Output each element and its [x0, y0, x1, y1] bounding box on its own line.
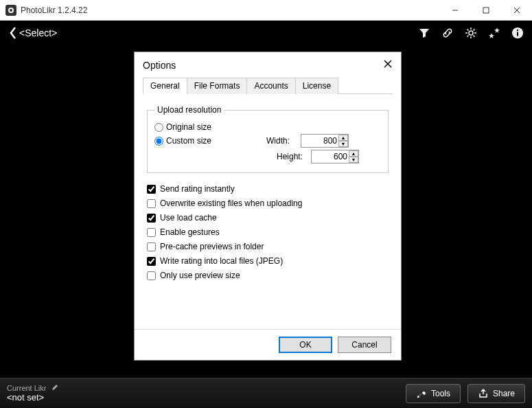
- share-label: Share: [493, 389, 515, 398]
- dialog-tabs: General File Formats Accounts License: [143, 77, 393, 94]
- ok-button[interactable]: OK: [279, 337, 332, 353]
- chk-label: Pre-cache previews in folder: [160, 242, 264, 251]
- tab-file-formats[interactable]: File Formats: [187, 78, 248, 94]
- dialog-close-button[interactable]: [383, 59, 393, 71]
- upload-resolution-group: Upload resolution Original size Custom s…: [147, 105, 389, 173]
- svg-point-6: [469, 31, 473, 35]
- height-label: Height:: [277, 152, 311, 161]
- stars-icon[interactable]: [488, 27, 500, 39]
- svg-marker-15: [494, 27, 500, 33]
- current-likr-label: Current Likr: [7, 384, 46, 392]
- edit-icon[interactable]: [51, 384, 58, 392]
- chk-label: Enable gestures: [160, 227, 220, 237]
- svg-point-1: [10, 9, 12, 12]
- custom-size-label: Custom size: [166, 136, 211, 146]
- gear-icon[interactable]: [465, 27, 477, 39]
- height-up-button[interactable]: ▲: [349, 150, 358, 157]
- tools-label: Tools: [431, 389, 450, 398]
- svg-line-11: [467, 30, 469, 31]
- preview-size-checkbox[interactable]: [147, 271, 156, 280]
- custom-size-radio[interactable]: [154, 137, 163, 146]
- use-cache-checkbox[interactable]: [147, 214, 156, 223]
- svg-rect-3: [483, 8, 489, 13]
- window-titlebar: PhotoLikr 1.2.4.22: [0, 0, 532, 21]
- svg-point-18: [517, 30, 518, 31]
- info-icon[interactable]: [511, 27, 524, 39]
- svg-rect-19: [517, 32, 518, 36]
- tools-icon: [416, 388, 427, 399]
- tab-general[interactable]: General: [143, 78, 187, 94]
- precache-checkbox[interactable]: [147, 242, 156, 251]
- tab-accounts[interactable]: Accounts: [246, 78, 295, 94]
- cancel-button[interactable]: Cancel: [338, 337, 391, 353]
- back-button[interactable]: <Select>: [8, 25, 57, 41]
- options-dialog: Options General File Formats Accounts Li…: [134, 52, 402, 361]
- share-icon: [478, 388, 489, 399]
- chk-label: Overwrite existing files when uploading: [160, 199, 302, 208]
- share-button[interactable]: Share: [467, 384, 525, 403]
- chk-label: Use load cache: [160, 213, 217, 223]
- chk-label: Send rating instantly: [160, 184, 235, 194]
- chk-label: Write rating into local files (JPEG): [160, 256, 283, 266]
- send-rating-checkbox[interactable]: [147, 185, 156, 194]
- original-size-label: Original size: [166, 122, 211, 132]
- svg-marker-16: [489, 33, 494, 38]
- svg-line-14: [474, 30, 475, 31]
- main-toolbar: <Select>: [0, 21, 532, 45]
- gestures-checkbox[interactable]: [147, 228, 156, 237]
- status-bar: Current Likr <not set> Tools Share: [0, 378, 532, 408]
- window-maximize-button[interactable]: [470, 0, 501, 21]
- tools-button[interactable]: Tools: [406, 384, 461, 403]
- overwrite-checkbox[interactable]: [147, 199, 156, 208]
- tab-panel-general: Upload resolution Original size Custom s…: [135, 94, 401, 329]
- dialog-title: Options: [143, 60, 176, 71]
- current-likr-value: <not set>: [7, 392, 44, 403]
- window-close-button[interactable]: [501, 0, 532, 21]
- back-label: <Select>: [19, 27, 57, 38]
- upload-legend: Upload resolution: [154, 105, 224, 115]
- chk-label: Only use preview size: [160, 271, 240, 280]
- width-label: Width:: [266, 136, 301, 146]
- window-minimize-button[interactable]: [439, 0, 470, 21]
- original-size-radio[interactable]: [154, 123, 163, 132]
- write-rating-checkbox[interactable]: [147, 257, 156, 266]
- app-title: PhotoLikr 1.2.4.22: [21, 5, 87, 15]
- svg-line-12: [474, 36, 475, 37]
- filter-icon[interactable]: [418, 27, 430, 39]
- tab-license[interactable]: License: [295, 78, 338, 94]
- link-icon[interactable]: [441, 27, 454, 39]
- svg-line-13: [467, 36, 469, 37]
- width-up-button[interactable]: ▲: [338, 135, 348, 141]
- width-down-button[interactable]: ▼: [338, 141, 348, 147]
- app-icon: [5, 5, 16, 16]
- height-down-button[interactable]: ▼: [349, 157, 358, 163]
